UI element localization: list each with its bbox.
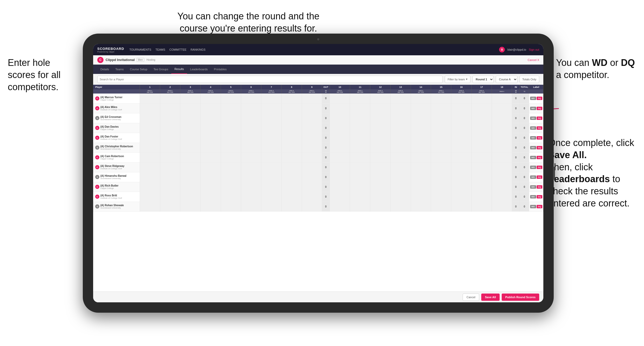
hole-4-cell[interactable] [201,162,221,172]
hole-7-cell[interactable] [261,133,282,143]
hole-14-cell[interactable] [411,103,431,113]
hole-1-input[interactable] [140,94,160,103]
hole-6-cell[interactable] [241,94,261,103]
hole-9-input[interactable] [302,153,322,162]
hole-4-input[interactable] [201,153,220,162]
hole-14-cell[interactable] [411,182,431,192]
hole-9-input[interactable] [302,113,322,123]
hole-16-cell[interactable] [451,152,471,162]
hole-13-input[interactable] [391,163,411,172]
hole-5-input[interactable] [221,153,241,162]
hole-4-input[interactable] [201,104,220,113]
hole-6-input[interactable] [241,104,261,113]
hole-18-cell[interactable] [492,152,512,162]
hole-12-cell[interactable] [370,172,390,182]
tab-printables[interactable]: Printables [211,65,230,74]
hole-3-cell[interactable] [180,123,201,133]
hole-13-cell[interactable] [390,182,411,192]
wd-button[interactable]: WD [530,117,536,120]
hole-1-cell[interactable] [140,172,160,182]
hole-6-cell[interactable] [241,103,261,113]
hole-4-cell[interactable] [201,192,221,202]
hole-4-cell[interactable] [201,103,221,113]
hole-4-cell[interactable] [201,202,221,211]
hole-6-input[interactable] [241,192,261,202]
hole-8-input[interactable] [282,163,301,172]
tab-tee-groups[interactable]: Tee Groups [150,65,171,74]
hole-17-input[interactable] [472,104,492,113]
hole-3-cell[interactable] [180,192,201,202]
hole-2-input[interactable] [160,94,180,103]
hole-8-input[interactable] [282,182,301,192]
hole-15-input[interactable] [431,133,451,143]
hole-18-cell[interactable] [492,133,512,143]
hole-18-cell[interactable] [492,143,512,152]
hole-10-cell[interactable] [330,94,350,103]
nav-rankings[interactable]: RANKINGS [191,48,205,51]
hole-15-input[interactable] [431,143,451,152]
hole-4-cell[interactable] [201,133,221,143]
hole-4-input[interactable] [201,202,220,211]
wd-button[interactable]: WD [530,185,536,189]
hole-13-cell[interactable] [390,162,411,172]
hole-13-cell[interactable] [390,152,411,162]
hole-10-cell[interactable] [330,172,350,182]
hole-5-cell[interactable] [221,143,241,152]
hole-6-cell[interactable] [241,182,261,192]
hole-6-input[interactable] [241,94,261,103]
hole-2-cell[interactable] [160,103,180,113]
hole-9-cell[interactable] [302,162,322,172]
hole-6-input[interactable] [241,133,261,143]
hole-4-input[interactable] [201,172,220,182]
hole-14-cell[interactable] [411,94,431,103]
hole-18-input[interactable] [492,192,512,202]
hole-12-cell[interactable] [370,143,390,152]
hole-6-cell[interactable] [241,172,261,182]
nav-teams[interactable]: TEAMS [156,48,165,51]
hole-2-cell[interactable] [160,182,180,192]
hole-2-cell[interactable] [160,113,180,123]
hole-9-input[interactable] [302,123,322,133]
hole-9-input[interactable] [302,202,322,211]
hole-16-input[interactable] [451,163,471,172]
hole-11-input[interactable] [350,104,370,113]
hole-13-cell[interactable] [390,192,411,202]
hole-8-cell[interactable] [282,143,302,152]
cancel-tournament[interactable]: Cancel X [528,58,539,61]
hole-15-cell[interactable] [431,113,451,123]
hole-13-cell[interactable] [390,113,411,123]
hole-15-cell[interactable] [431,172,451,182]
hole-14-cell[interactable] [411,162,431,172]
hole-7-input[interactable] [261,172,281,182]
dq-button[interactable]: DQ [537,117,542,120]
hole-7-input[interactable] [261,202,281,211]
hole-10-cell[interactable] [330,192,350,202]
hole-15-cell[interactable] [431,143,451,152]
hole-15-cell[interactable] [431,94,451,103]
hole-17-input[interactable] [472,163,492,172]
hole-7-input[interactable] [261,182,281,192]
hole-11-cell[interactable] [350,123,370,133]
hole-16-cell[interactable] [451,162,471,172]
hole-18-input[interactable] [492,202,512,211]
hole-18-input[interactable] [492,143,512,152]
hole-8-input[interactable] [282,133,301,143]
hole-9-cell[interactable] [302,143,322,152]
hole-14-input[interactable] [411,133,431,143]
hole-3-input[interactable] [180,94,200,103]
hole-2-cell[interactable] [160,133,180,143]
tablet-home-button[interactable] [553,167,555,180]
hole-4-cell[interactable] [201,123,221,133]
hole-12-cell[interactable] [370,113,390,123]
hole-7-cell[interactable] [261,182,282,192]
hole-11-input[interactable] [350,163,370,172]
hole-11-input[interactable] [350,192,370,202]
hole-2-input[interactable] [160,202,180,211]
hole-7-cell[interactable] [261,143,282,152]
hole-1-input[interactable] [140,202,160,211]
hole-18-cell[interactable] [492,182,512,192]
hole-10-input[interactable] [330,133,350,143]
hole-3-cell[interactable] [180,202,201,211]
hole-17-input[interactable] [472,172,492,182]
hole-14-input[interactable] [411,123,431,133]
